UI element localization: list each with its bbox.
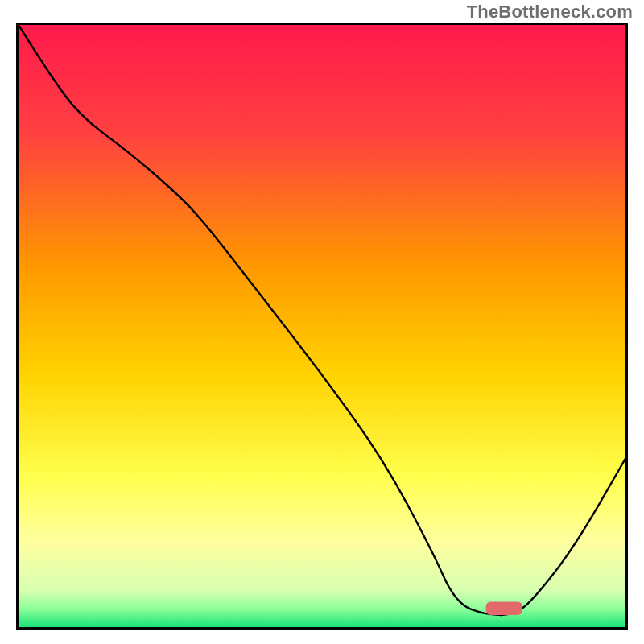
chart-frame: TheBottleneck.com bbox=[0, 0, 644, 644]
plot-area bbox=[16, 23, 628, 630]
heatmap-background bbox=[19, 25, 625, 627]
watermark-label: TheBottleneck.com bbox=[467, 2, 633, 23]
optimal-marker bbox=[486, 602, 522, 615]
plot-svg bbox=[19, 25, 625, 627]
